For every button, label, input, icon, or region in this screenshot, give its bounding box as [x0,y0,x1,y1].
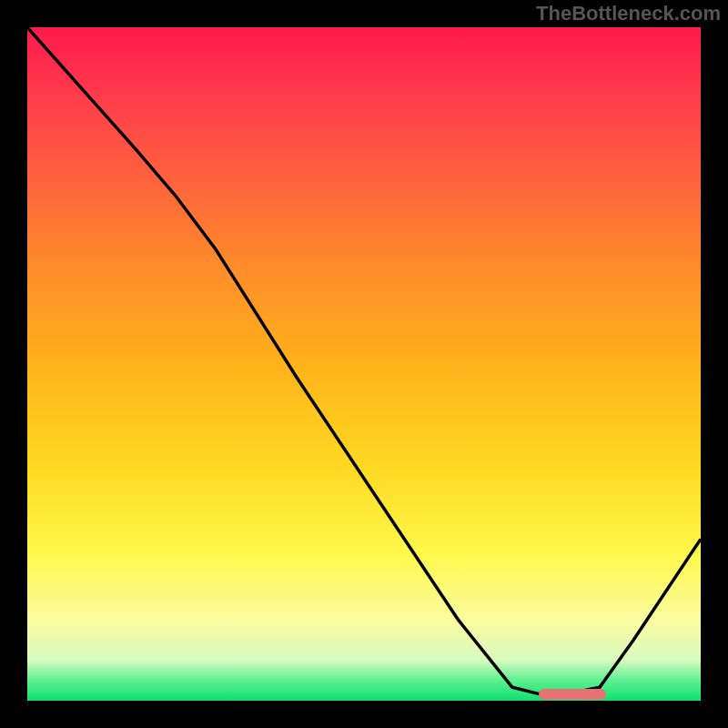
chart-svg [27,27,701,701]
plot-area [27,27,701,701]
bottleneck-curve [27,27,701,694]
optimal-marker [539,689,606,700]
watermark-text: TheBottleneck.com [536,2,721,25]
